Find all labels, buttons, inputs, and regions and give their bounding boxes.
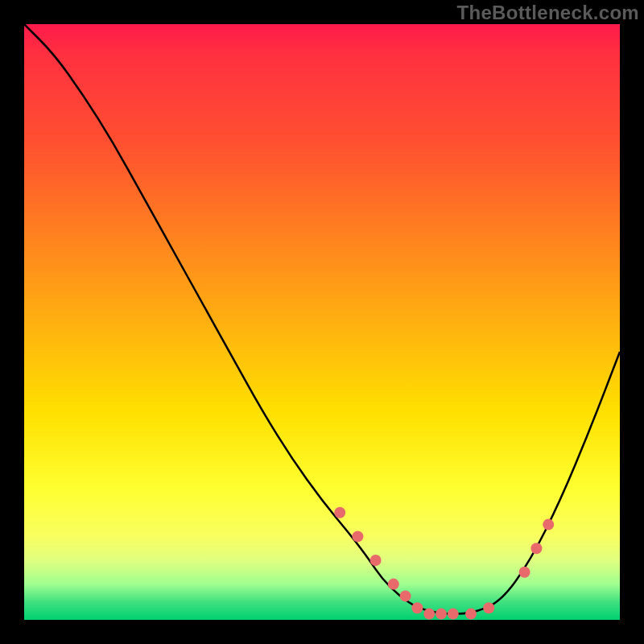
marker-point — [465, 609, 477, 620]
bottleneck-curve — [24, 24, 620, 614]
marker-point — [400, 590, 411, 601]
marker-point — [411, 602, 423, 613]
marker-point — [370, 555, 382, 566]
marker-point — [388, 579, 399, 590]
marker-point — [334, 507, 345, 518]
chart-overlay — [24, 24, 620, 620]
marker-point — [543, 519, 554, 530]
marker-point — [448, 609, 459, 620]
marker-point — [423, 609, 435, 620]
marker-point — [519, 567, 530, 578]
watermark-text: TheBottleneck.com — [457, 2, 639, 24]
marker-group — [334, 507, 554, 620]
marker-point — [436, 609, 447, 620]
marker-point — [352, 530, 363, 542]
marker-point — [530, 543, 542, 554]
marker-point — [483, 602, 494, 613]
